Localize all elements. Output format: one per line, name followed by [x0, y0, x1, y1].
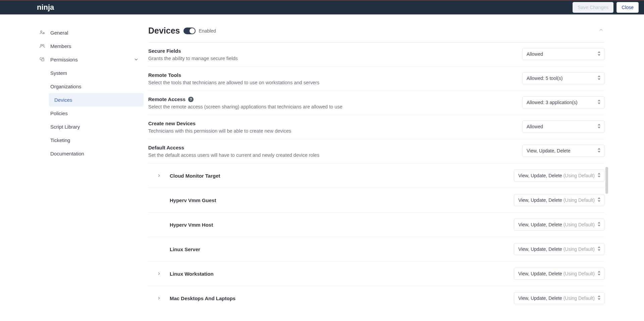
enabled-toggle-label: Enabled: [199, 28, 216, 34]
select-sort-icon: [597, 197, 601, 203]
setting-title: Default Access: [148, 145, 517, 150]
select-sort-icon: [597, 51, 601, 57]
role-access-select[interactable]: View, Update, Delete(Using Default): [514, 194, 604, 206]
using-default-label: (Using Default): [564, 222, 595, 227]
select-sort-icon: [597, 222, 601, 228]
setting-title: Create new Devices: [148, 121, 517, 126]
sidebar-item-ticketing[interactable]: Ticketing: [49, 133, 144, 147]
using-default-label: (Using Default): [564, 197, 595, 203]
permissions-icon: [38, 55, 46, 63]
device-role-name: Linux Server: [170, 246, 514, 252]
device-role-row: Mac Desktops And LaptopsView, Update, De…: [148, 286, 604, 310]
setting-select[interactable]: Allowed: 5 tool(s): [522, 72, 604, 84]
setting-description: Set the default access users will have t…: [148, 152, 517, 158]
device-role-name: Cloud Monitor Target: [170, 173, 514, 179]
sidebar-item-label: Documentation: [50, 151, 84, 156]
setting-select[interactable]: Allowed: 3 application(s): [522, 96, 604, 108]
using-default-label: (Using Default): [564, 173, 595, 178]
role-access-select[interactable]: View, Update, Delete(Using Default): [514, 219, 604, 231]
sidebar-item-organizations[interactable]: Organizations: [49, 80, 144, 93]
help-icon[interactable]: ?: [188, 97, 194, 102]
select-sort-icon: [597, 271, 601, 277]
sidebar-item-label: Ticketing: [50, 137, 70, 143]
role-access-select[interactable]: View, Update, Delete(Using Default): [514, 243, 604, 255]
scrollbar-thumb[interactable]: [605, 167, 608, 194]
device-role-name: Hyperv Vmm Guest: [170, 197, 514, 203]
select-sort-icon: [597, 100, 601, 105]
setting-description: Grants the ability to manage secure fiel…: [148, 56, 517, 61]
select-sort-icon: [597, 148, 601, 154]
device-role-name: Mac Desktops And Laptops: [170, 295, 514, 301]
sidebar-item-members[interactable]: Members: [37, 39, 144, 53]
sidebar-item-permissions[interactable]: Permissions: [37, 53, 144, 66]
setting-row: Default AccessSet the default access use…: [148, 139, 604, 164]
save-changes-button: Save Changes: [573, 2, 613, 13]
setting-title: Secure Fields: [148, 48, 517, 54]
sidebar-item-script-library[interactable]: Script Library: [49, 120, 144, 133]
sidebar-item-label: Members: [50, 43, 71, 49]
setting-description: Technicians with this permission will be…: [148, 128, 517, 134]
sidebar-item-general[interactable]: General: [37, 26, 144, 39]
device-role-name: Hyperv Vmm Host: [170, 222, 514, 228]
close-button[interactable]: Close: [616, 2, 639, 13]
using-default-label: (Using Default): [564, 271, 595, 276]
using-default-label: (Using Default): [564, 295, 595, 301]
expand-chevron-icon[interactable]: [148, 271, 170, 276]
sidebar-item-documentation[interactable]: Documentation: [49, 147, 144, 160]
device-role-row: Hyperv Vmm HostView, Update, Delete(Usin…: [148, 213, 604, 237]
enabled-toggle[interactable]: [183, 28, 196, 34]
select-sort-icon: [597, 246, 601, 252]
select-sort-icon: [597, 295, 601, 301]
svg-point-2: [41, 45, 42, 46]
sidebar-item-devices[interactable]: Devices: [49, 93, 144, 106]
setting-select[interactable]: View, Update, Delete: [522, 145, 604, 157]
collapse-section-icon[interactable]: [598, 27, 604, 34]
app-logo: ninja: [37, 3, 54, 12]
sidebar-item-label: Devices: [54, 97, 72, 103]
select-sort-icon: [597, 173, 601, 179]
sidebar-item-label: Permissions: [50, 57, 78, 62]
svg-point-3: [43, 45, 44, 46]
device-role-row: Hyperv Vmm GuestView, Update, Delete(Usi…: [148, 188, 604, 213]
setting-description: Select the remote access (screen sharing…: [148, 104, 517, 109]
chevron-down-icon: [133, 56, 140, 63]
svg-point-0: [41, 31, 42, 33]
expand-chevron-icon[interactable]: [148, 173, 170, 178]
setting-description: Select the tools that technicians are al…: [148, 80, 517, 85]
setting-title: Remote Tools: [148, 72, 517, 78]
sidebar-item-label: Organizations: [50, 84, 82, 89]
role-access-select[interactable]: View, Update, Delete(Using Default): [514, 170, 604, 182]
select-sort-icon: [597, 124, 601, 130]
svg-rect-4: [42, 59, 44, 61]
sidebar-item-label: Policies: [50, 110, 68, 116]
device-role-name: Linux Workstation: [170, 271, 514, 277]
setting-select[interactable]: Allowed: [522, 121, 604, 133]
setting-row: Create new DevicesTechnicians with this …: [148, 115, 604, 139]
page-title: Devices: [148, 26, 180, 36]
device-role-row: Linux ServerView, Update, Delete(Using D…: [148, 237, 604, 262]
expand-chevron-icon[interactable]: [148, 296, 170, 301]
using-default-label: (Using Default): [564, 246, 595, 252]
device-role-row: Linux WorkstationView, Update, Delete(Us…: [148, 262, 604, 286]
setting-row: Secure FieldsGrants the ability to manag…: [148, 43, 604, 67]
sidebar-item-label: General: [50, 30, 68, 36]
sidebar-item-label: Script Library: [50, 124, 80, 130]
user-gear-icon: [38, 29, 46, 37]
sidebar-item-policies[interactable]: Policies: [49, 106, 144, 120]
setting-row: Remote ToolsSelect the tools that techni…: [148, 67, 604, 91]
role-access-select[interactable]: View, Update, Delete(Using Default): [514, 268, 604, 280]
setting-select[interactable]: Allowed: [522, 48, 604, 60]
sidebar-item-label: System: [50, 70, 67, 76]
setting-row: Remote Access?Select the remote access (…: [148, 91, 604, 115]
role-access-select[interactable]: View, Update, Delete(Using Default): [514, 292, 604, 304]
sidebar-item-system[interactable]: System: [49, 66, 144, 80]
members-icon: [38, 42, 46, 50]
device-role-row: Cloud Monitor TargetView, Update, Delete…: [148, 164, 604, 188]
select-sort-icon: [597, 76, 601, 81]
setting-title: Remote Access?: [148, 96, 517, 102]
